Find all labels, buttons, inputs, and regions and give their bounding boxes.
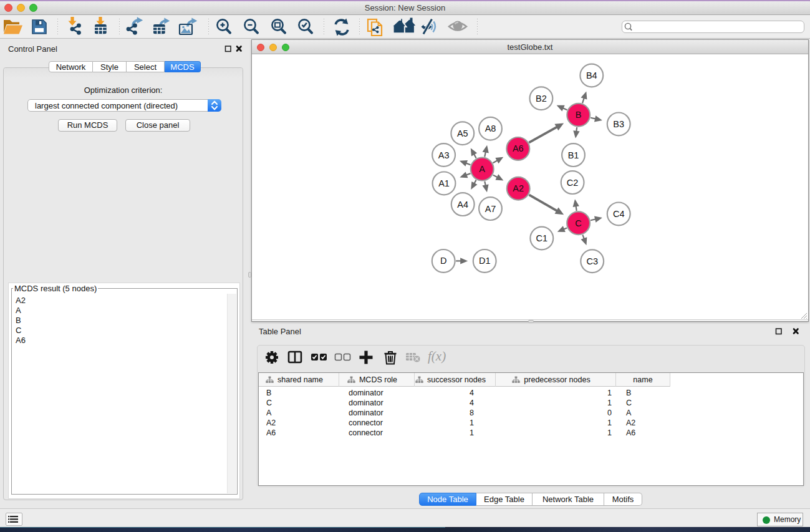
svg-text:A4: A4 (457, 200, 468, 210)
svg-text:A: A (479, 164, 485, 174)
svg-text:C: C (575, 218, 581, 228)
svg-text:C1: C1 (536, 233, 548, 243)
svg-text:C3: C3 (586, 256, 598, 266)
svg-text:B: B (576, 110, 582, 120)
svg-text:A6: A6 (513, 143, 524, 153)
svg-text:A2: A2 (513, 183, 524, 193)
svg-text:C2: C2 (567, 178, 579, 188)
svg-text:D: D (440, 256, 446, 266)
svg-text:B1: B1 (568, 150, 579, 160)
svg-text:B4: B4 (586, 70, 597, 80)
svg-text:A3: A3 (438, 150, 450, 160)
svg-text:A7: A7 (485, 204, 496, 214)
svg-text:A5: A5 (457, 128, 468, 138)
svg-text:C4: C4 (613, 209, 625, 219)
svg-text:A1: A1 (438, 178, 450, 188)
svg-text:B3: B3 (613, 119, 624, 129)
svg-text:A8: A8 (485, 123, 496, 133)
svg-text:D1: D1 (479, 256, 491, 266)
svg-text:B2: B2 (536, 94, 547, 104)
